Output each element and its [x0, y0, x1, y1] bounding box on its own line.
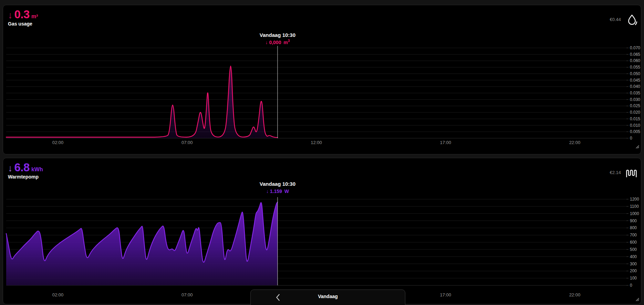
- gas-usage-card: 0.0700.0650.0600.0550.0500.0450.0400.035…: [3, 5, 641, 154]
- card-resize-handle[interactable]: [635, 144, 639, 150]
- gas-total-unit: m³: [31, 14, 38, 19]
- flame-icon: [626, 14, 638, 28]
- heatpump-card-title: Warmtepomp: [8, 174, 43, 180]
- y-axis-tick-label: 100: [630, 276, 637, 281]
- y-axis-tick-label: 600: [630, 240, 637, 245]
- down-arrow-icon: ↓: [8, 164, 13, 173]
- y-axis-tick-label: 400: [630, 254, 637, 259]
- tooltip-value: ↓ 1.159 W: [260, 188, 295, 194]
- y-axis-tick-label: 900: [630, 218, 637, 223]
- x-axis-tick-label: 22:00: [569, 292, 581, 297]
- heatpump-card: 1200110010009008007006005004003002001000…: [3, 158, 641, 304]
- heatpump-card-header: ↓ 6.8 kWh Warmtepomp: [8, 162, 43, 180]
- gas-chart-tooltip: Vandaag 10:30 ↓ 0,000 m3: [260, 32, 295, 45]
- y-axis-tick-label: 0.060: [630, 58, 640, 63]
- heatpump-chart[interactable]: 1200110010009008007006005004003002001000…: [3, 158, 641, 304]
- gas-card-title: Gas usage: [8, 21, 38, 27]
- y-axis-tick-label: 0: [630, 283, 632, 288]
- heatpump-total-unit: kWh: [31, 167, 43, 172]
- y-axis-tick-label: 0.005: [630, 129, 640, 134]
- gas-cost-label: €0.44: [610, 17, 621, 22]
- y-axis-tick-label: 800: [630, 225, 637, 230]
- x-axis-tick-label: 07:00: [181, 140, 193, 145]
- y-axis-tick-label: 500: [630, 247, 637, 252]
- y-axis-tick-label: 0.050: [630, 71, 640, 76]
- x-axis-tick-label: 17:00: [440, 140, 451, 145]
- y-axis-tick-label: 0.040: [630, 84, 640, 89]
- y-axis-tick-label: 1100: [630, 204, 639, 209]
- gas-total-value: 0.3: [14, 9, 30, 20]
- x-axis-tick-label: 07:00: [181, 292, 193, 297]
- y-axis-tick-label: 200: [630, 268, 637, 273]
- y-axis-tick-label: 0.015: [630, 116, 640, 121]
- y-axis-tick-label: 0.070: [630, 45, 640, 50]
- y-axis-tick-label: 300: [630, 262, 637, 266]
- y-axis-tick-label: 1200: [630, 197, 639, 202]
- x-axis-tick-label: 02:00: [52, 140, 64, 145]
- tooltip-value: ↓ 0,000 m3: [260, 39, 295, 45]
- heatpump-cost-label: €2.14: [610, 170, 621, 175]
- y-axis-tick-label: 0.035: [630, 91, 640, 95]
- y-axis-tick-label: 0.030: [630, 97, 640, 102]
- down-arrow-icon: ↓: [8, 11, 13, 20]
- y-axis-tick-label: 0.025: [630, 103, 640, 108]
- y-axis-tick-label: 0: [630, 136, 632, 141]
- tooltip-time: Vandaag 10:30: [260, 32, 295, 38]
- gas-card-header: ↓ 0.3 m³ Gas usage: [8, 9, 38, 27]
- x-axis-tick-label: 17:00: [440, 292, 451, 297]
- y-axis-tick-label: 1000: [630, 211, 639, 216]
- gas-usage-chart[interactable]: 0.0700.0650.0600.0550.0500.0450.0400.035…: [3, 5, 641, 154]
- x-axis-tick-label: 12:00: [311, 140, 322, 145]
- heatpump-chart-tooltip: Vandaag 10:30 ↓ 1.159 W: [260, 181, 295, 194]
- heatpump-total-value: 6.8: [14, 162, 30, 173]
- y-axis-tick-label: 700: [630, 233, 637, 237]
- x-axis-tick-label: 22:00: [569, 140, 581, 145]
- x-axis-tick-label: 02:00: [52, 292, 64, 297]
- tooltip-time: Vandaag 10:30: [260, 181, 295, 187]
- y-axis-tick-label: 0.065: [630, 52, 640, 57]
- y-axis-tick-label: 0.020: [630, 110, 640, 115]
- radiator-icon: [625, 168, 638, 180]
- y-axis-tick-label: 0.055: [630, 65, 640, 70]
- period-navbar: Vandaag: [250, 289, 405, 305]
- card-resize-handle[interactable]: [635, 296, 639, 303]
- period-label[interactable]: Vandaag: [251, 294, 405, 299]
- y-axis-tick-label: 0.010: [630, 123, 640, 128]
- y-axis-tick-label: 0.045: [630, 78, 640, 83]
